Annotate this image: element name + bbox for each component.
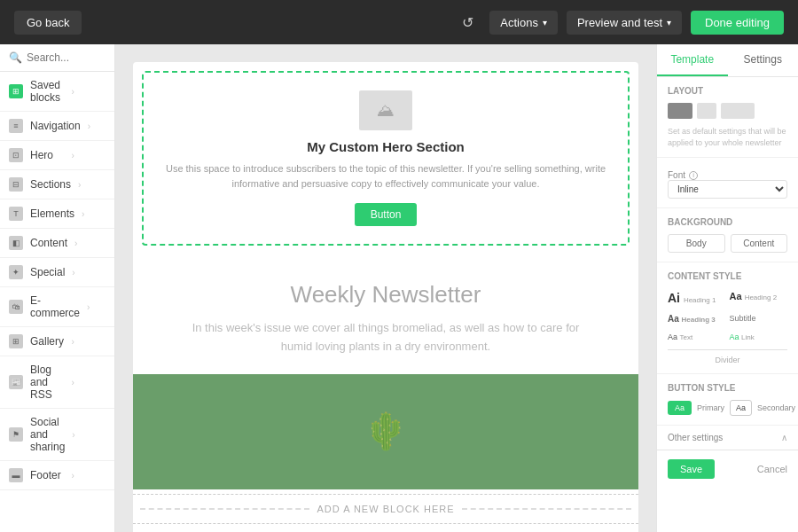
- bg-content-option[interactable]: Content: [731, 234, 788, 253]
- font-select[interactable]: Inline: [668, 180, 787, 199]
- go-back-button[interactable]: Go back: [14, 11, 82, 35]
- secondary-label: Secondary: [757, 403, 795, 412]
- sidebar-item-gallery[interactable]: ⊞ Gallery ›: [0, 327, 114, 356]
- blog-rss-icon: 📰: [9, 375, 23, 389]
- mountain-icon: ⛰: [377, 100, 395, 121]
- actions-chevron-icon: ▾: [543, 18, 547, 27]
- left-sidebar: 🔍 ⊞ Saved blocks › ≡ Navigation › ⊡ Hero…: [0, 44, 115, 532]
- layout-option-1[interactable]: [668, 103, 692, 119]
- divider-label: Divider: [668, 356, 787, 364]
- layout-section: Layout Set as default settings that will…: [657, 77, 798, 158]
- hero-button[interactable]: Button: [355, 203, 418, 226]
- sidebar-item-ecommerce[interactable]: 🛍 E-commerce ›: [0, 287, 114, 327]
- sidebar-item-label: Navigation: [30, 120, 81, 132]
- sections-icon: ⊟: [9, 177, 23, 192]
- tab-settings[interactable]: Settings: [728, 44, 799, 76]
- font-row: Font i: [668, 170, 787, 180]
- sidebar-item-hero[interactable]: ⊡ Hero ›: [0, 141, 114, 170]
- sidebar-item-elements[interactable]: T Elements ›: [0, 200, 114, 229]
- sidebar-item-label: Elements: [30, 207, 74, 220]
- chevron-icon: ›: [82, 209, 106, 219]
- chevron-icon: ›: [72, 378, 106, 387]
- latest-post-section: Our Latest Post Caring for bromeliads ca…: [133, 528, 638, 532]
- content-style-label: Content style: [668, 271, 787, 281]
- chevron-icon: ›: [72, 268, 106, 278]
- footer-icon: ▬: [9, 468, 23, 482]
- sidebar-nav: ⊞ Saved blocks › ≡ Navigation › ⊡ Hero ›…: [0, 72, 114, 532]
- button-style-section: Button style Aa Primary Aa Secondary: [657, 374, 798, 426]
- newsletter-header: Weekly Newsletter In this week's issue w…: [133, 254, 638, 374]
- dashes-right: [462, 508, 631, 510]
- text-style[interactable]: Aa Text: [668, 330, 726, 344]
- background-label: Background: [668, 217, 787, 227]
- canvas-area[interactable]: ⛰ My Custom Hero Section Use this space …: [115, 44, 656, 532]
- newsletter-title: Weekly Newsletter: [177, 281, 594, 309]
- divider: [668, 349, 787, 350]
- heading2-style-right[interactable]: Aa Heading 2: [730, 288, 788, 308]
- topbar-right: ↺ Actions ▾ Preview and test ▾ Done edit…: [455, 11, 784, 35]
- primary-button-sample[interactable]: Aa: [668, 401, 692, 415]
- heading1-style[interactable]: Ai Heading 1: [668, 288, 726, 308]
- chevron-icon: ›: [88, 121, 106, 131]
- hero-section[interactable]: ⛰ My Custom Hero Section Use this space …: [142, 71, 630, 246]
- preview-button[interactable]: Preview and test ▾: [567, 11, 682, 35]
- layout-option-2[interactable]: [697, 103, 716, 119]
- tab-template[interactable]: Template: [657, 44, 728, 76]
- sidebar-item-label: Special: [30, 266, 65, 278]
- cacti-image-section: 🌵: [133, 374, 638, 489]
- sidebar-item-label: Saved blocks: [30, 79, 65, 104]
- layout-option-3[interactable]: [721, 103, 755, 119]
- secondary-button-sample[interactable]: Aa: [730, 400, 752, 416]
- font-section: Font i Inline: [657, 158, 798, 208]
- content-style-section: Content style Ai Heading 1 Aa Heading 2 …: [657, 262, 798, 374]
- font-label: Font: [668, 170, 685, 180]
- sidebar-item-label: Hero: [30, 149, 65, 161]
- button-style-label: Button style: [668, 383, 787, 393]
- add-new-block-row[interactable]: ADD A NEW BLOCK HERE: [133, 494, 638, 524]
- search-input[interactable]: [27, 51, 106, 64]
- layout-options: [668, 103, 787, 119]
- chevron-icon: ›: [74, 239, 106, 248]
- panel-tabs: Template Settings: [657, 44, 798, 77]
- preview-chevron-icon: ▾: [667, 18, 671, 27]
- save-button[interactable]: Save: [668, 459, 715, 479]
- undo-button[interactable]: ↺: [455, 11, 481, 35]
- content-icon: ◧: [9, 236, 23, 250]
- font-info-icon[interactable]: i: [689, 171, 698, 180]
- cancel-button[interactable]: Cancel: [757, 464, 787, 474]
- heading3-style[interactable]: Aa Heading 3: [668, 311, 726, 326]
- sidebar-item-saved-blocks[interactable]: ⊞ Saved blocks ›: [0, 72, 114, 112]
- preview-label: Preview and test: [577, 16, 662, 29]
- chevron-icon: ›: [72, 471, 106, 481]
- actions-button[interactable]: Actions ▾: [489, 11, 558, 35]
- other-settings-label: Other settings: [668, 433, 723, 442]
- subtitle-style[interactable]: Subtitle: [730, 311, 788, 326]
- sidebar-item-navigation[interactable]: ≡ Navigation ›: [0, 112, 114, 141]
- gallery-icon: ⊞: [9, 334, 23, 348]
- add-block-label: ADD A NEW BLOCK HERE: [317, 504, 454, 514]
- hero-description: Use this space to introduce subscribers …: [161, 161, 610, 191]
- chevron-icon: ›: [87, 302, 106, 312]
- button-style-row: Aa Primary Aa Secondary: [668, 400, 787, 416]
- search-bar[interactable]: 🔍: [0, 44, 114, 72]
- sidebar-item-social[interactable]: ⚑ Social and sharing ›: [0, 409, 114, 461]
- sidebar-item-label: Social and sharing: [30, 416, 65, 453]
- sidebar-item-label: Sections: [30, 178, 71, 191]
- actions-label: Actions: [500, 16, 538, 29]
- social-icon: ⚑: [9, 427, 23, 442]
- sidebar-item-footer[interactable]: ▬ Footer ›: [0, 461, 114, 490]
- sidebar-item-special[interactable]: ✦ Special ›: [0, 258, 114, 287]
- bg-body-option[interactable]: Body: [668, 234, 725, 253]
- link-style[interactable]: Aa Link: [730, 330, 788, 344]
- sidebar-item-content[interactable]: ◧ Content ›: [0, 229, 114, 258]
- sidebar-item-blog-rss[interactable]: 📰 Blog and RSS ›: [0, 356, 114, 409]
- layout-description: Set as default settings that will be app…: [668, 126, 787, 148]
- elements-icon: T: [9, 207, 23, 221]
- cacti-placeholder-icon: 🌵: [364, 411, 408, 452]
- topbar-left: Go back: [14, 11, 82, 35]
- sidebar-item-sections[interactable]: ⊟ Sections ›: [0, 170, 114, 200]
- cacti-overlay: 🌵: [133, 374, 638, 489]
- other-settings-chevron-icon[interactable]: ∧: [781, 433, 787, 442]
- sidebar-item-label: Content: [30, 237, 67, 249]
- done-editing-button[interactable]: Done editing: [691, 11, 784, 35]
